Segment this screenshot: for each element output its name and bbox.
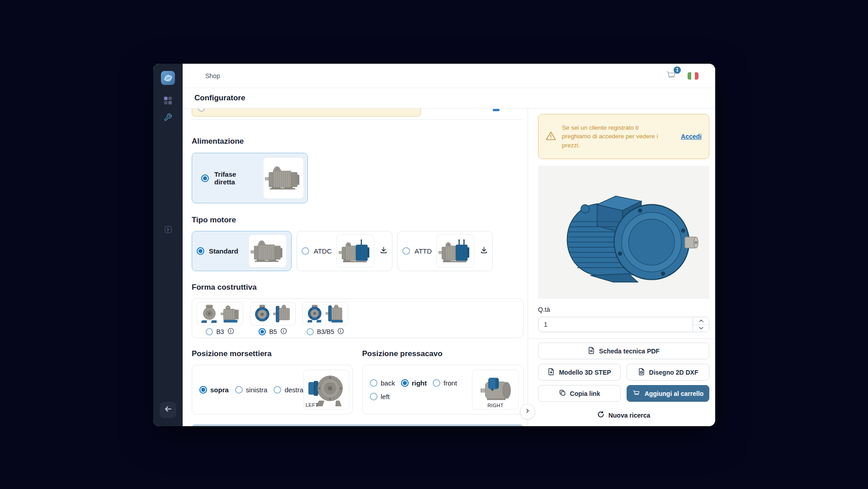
- product-preview-image: [538, 166, 709, 299]
- document-icon: [588, 347, 595, 356]
- action-buttons-row: Copia link Aggiungi al carrello: [538, 385, 709, 402]
- radio-standard[interactable]: [197, 247, 204, 255]
- next-section-cutoff: [192, 424, 524, 426]
- section-divider: [192, 119, 523, 120]
- accedi-link[interactable]: Accedi: [681, 133, 702, 140]
- section-title-posizione-pressacavo: Posizione pressacavo: [362, 349, 443, 358]
- cart-icon: [632, 389, 641, 398]
- option-label: Trifase diretta: [214, 170, 258, 186]
- drawing-2d-dxf-button[interactable]: Disegno 2D DXF: [627, 364, 709, 381]
- option-sinistra[interactable]: sinistra: [235, 386, 268, 394]
- option-back[interactable]: back: [370, 379, 395, 387]
- info-icon[interactable]: [280, 328, 287, 336]
- model-3d-step-button[interactable]: Modello 3D STEP: [538, 364, 621, 381]
- sidebar-collapse-button[interactable]: [160, 402, 176, 418]
- stepper-up-button[interactable]: [693, 317, 709, 324]
- motor-image-gray: [263, 157, 304, 199]
- radio-sopra[interactable]: [199, 386, 207, 394]
- copy-link-button[interactable]: Copia link: [538, 385, 621, 402]
- cutoff-checkbox[interactable]: [493, 109, 500, 111]
- radio-destra[interactable]: [274, 386, 281, 394]
- option-label: ATTD: [415, 247, 432, 255]
- radio-b3b5[interactable]: [307, 328, 314, 335]
- motor-image-atdc: [336, 235, 374, 268]
- sidebar-item-configurator[interactable]: [160, 110, 176, 126]
- option-card-atdc[interactable]: ATDC: [297, 231, 392, 271]
- alert-message: Se sei un cliente registrato ti preghiam…: [562, 123, 662, 150]
- app-window: Shop 1 Configuratore: [153, 64, 715, 426]
- image-label-left: LEFT: [306, 402, 318, 408]
- radio-sinistra[interactable]: [235, 386, 243, 394]
- radio-b5[interactable]: [259, 328, 266, 335]
- radio-trifase-diretta[interactable]: [201, 174, 209, 182]
- radio-atdc[interactable]: [302, 247, 309, 255]
- option-front[interactable]: front: [433, 379, 457, 387]
- italy-flag-icon[interactable]: [687, 72, 699, 80]
- forma-option-b5[interactable]: B5: [250, 302, 296, 338]
- sidebar: [153, 64, 183, 426]
- quantity-stepper: [693, 317, 709, 332]
- option-label: B5: [269, 328, 277, 335]
- radio-b3[interactable]: [206, 328, 213, 335]
- radio-left[interactable]: [370, 393, 377, 400]
- file-buttons-row: Modello 3D STEP Disegno 2D DXF: [538, 364, 709, 381]
- chevron-right-icon: [524, 408, 531, 416]
- warning-triangle-icon: [546, 131, 556, 142]
- refresh-icon: [597, 411, 604, 419]
- pressacavo-image: RIGHT: [472, 370, 519, 409]
- sidebar-item-dashboard[interactable]: [160, 94, 176, 109]
- app-logo-icon[interactable]: [161, 71, 175, 85]
- cutoff-radio: [198, 108, 205, 112]
- option-card-attd[interactable]: ATTD: [397, 231, 493, 271]
- option-destra[interactable]: destra: [274, 386, 303, 394]
- main-area: Shop 1 Configuratore: [183, 64, 715, 426]
- section-title-tipo-motore: Tipo motore: [192, 216, 528, 225]
- radio-front[interactable]: [433, 379, 440, 387]
- forma-costruttiva-box: B3: [192, 298, 524, 338]
- motor-image-b5: [250, 302, 296, 325]
- file-drawing-icon: [638, 368, 645, 377]
- option-label: Standard: [209, 247, 238, 255]
- radio-right[interactable]: [401, 379, 409, 387]
- download-icon[interactable]: [480, 246, 488, 256]
- cart-count-badge: 1: [674, 66, 681, 74]
- panel-divider: [528, 339, 715, 339]
- info-icon[interactable]: [227, 328, 234, 336]
- grid-icon: [164, 96, 172, 107]
- download-icon[interactable]: [380, 246, 387, 256]
- add-to-cart-button[interactable]: Aggiungi al carrello: [627, 385, 709, 402]
- motor-image-attd: [436, 235, 474, 268]
- topbar: Shop 1: [183, 64, 715, 88]
- option-label: B3: [216, 328, 224, 335]
- option-label: ATDC: [314, 247, 332, 255]
- forma-option-b3b5[interactable]: B3/B5: [302, 302, 348, 338]
- panel-expand-button[interactable]: [520, 404, 535, 419]
- breadcrumb-shop[interactable]: Shop: [205, 72, 220, 80]
- back-arrow-icon: [165, 406, 172, 414]
- stepper-down-button[interactable]: [693, 324, 709, 332]
- option-card-standard[interactable]: Standard: [192, 231, 292, 271]
- tipo-motore-cards: Standard: [192, 231, 528, 271]
- radio-back[interactable]: [370, 379, 377, 387]
- section-title-posizione-morsettiera: Posizione morsettiera: [192, 349, 362, 358]
- sidebar-item-login[interactable]: [160, 223, 176, 238]
- option-left[interactable]: left: [370, 393, 457, 400]
- cart-button[interactable]: 1: [665, 70, 677, 82]
- configurator-scroll-area[interactable]: Alimentazione Trifase diretta: [183, 108, 528, 426]
- quantity-input[interactable]: [538, 317, 693, 332]
- new-search-button[interactable]: Nuova ricerca: [538, 411, 709, 419]
- option-sopra[interactable]: sopra: [199, 386, 229, 394]
- wrench-icon: [164, 113, 172, 123]
- option-card-trifase-diretta[interactable]: Trifase diretta: [192, 153, 308, 203]
- page-header: Configuratore: [183, 88, 715, 108]
- radio-attd[interactable]: [402, 247, 410, 255]
- position-boxes-row: sopra sinistra destra: [192, 365, 528, 414]
- datasheet-pdf-button[interactable]: Scheda tecnica PDF: [538, 343, 709, 359]
- motor-image-b3b5: [302, 302, 348, 325]
- file-download-icon: [547, 368, 555, 377]
- copy-icon: [559, 389, 566, 398]
- forma-option-b3[interactable]: B3: [197, 302, 243, 338]
- info-icon[interactable]: [337, 328, 344, 336]
- cutoff-selected-card[interactable]: [192, 108, 421, 117]
- option-right[interactable]: right: [401, 379, 427, 387]
